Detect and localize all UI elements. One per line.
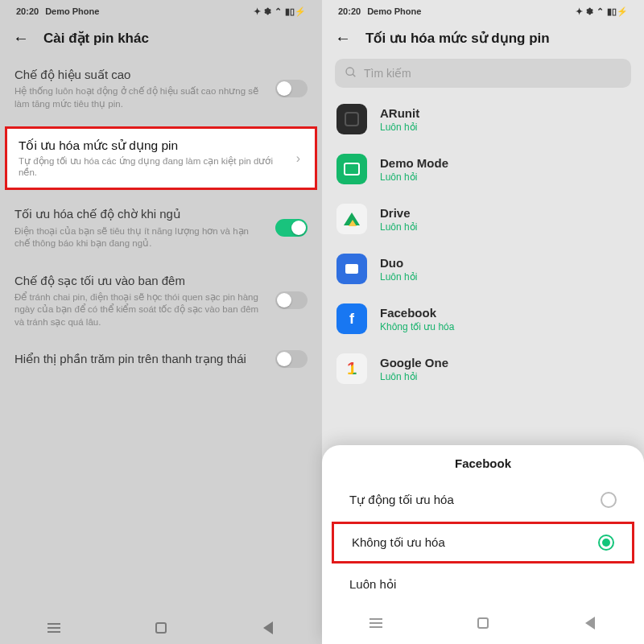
option-label: Không tối ưu hóa [352, 535, 445, 550]
option-auto-optimize[interactable]: Tự động tối ưu hóa [322, 480, 644, 520]
app-status: Luôn hỏi [380, 122, 419, 133]
svg-line-1 [353, 74, 355, 76]
back-icon[interactable]: ← [335, 29, 351, 47]
app-list: ARunit Luôn hỏi Demo Mode Luôn hỏi Drive… [322, 94, 644, 394]
search-icon [345, 66, 357, 81]
app-icon [336, 204, 367, 234]
svg-point-0 [346, 68, 353, 75]
screen-app-battery-usage: 20:20 Demo Phone ✦ ✽ ⌃ ▮▯⚡ ← Tối ưu hóa … [322, 0, 644, 644]
app-status: Luôn hỏi [380, 171, 448, 183]
app-icon [336, 104, 367, 134]
row-title: Tối ưu hóa mức sử dụng pin [19, 138, 303, 153]
page-title: Cài đặt pin khác [43, 30, 149, 47]
row-battery-percent[interactable]: Hiển thị phần trăm pin trên thanh trạng … [0, 340, 322, 378]
app-arunit[interactable]: ARunit Luôn hỏi [322, 94, 644, 144]
app-status: Luôn hỏi [380, 371, 448, 382]
page-header: ← Cài đặt pin khác [0, 23, 322, 56]
search-input[interactable]: Tìm kiếm [335, 59, 631, 88]
row-high-performance[interactable]: Chế độ hiệu suất cao Hệ thống luôn hoạt … [0, 56, 322, 122]
row-title: Hiển thị phần trăm pin trên thanh trạng … [14, 351, 308, 367]
toggle-battery-percent[interactable] [275, 350, 308, 368]
battery-icon: ▮▯⚡ [607, 6, 628, 17]
status-icons: ✦ ✽ ⌃ ▮▯⚡ [576, 6, 628, 17]
nav-home[interactable] [153, 620, 169, 636]
toggle-sleep-standby[interactable] [275, 219, 308, 237]
bottom-sheet: Facebook Tự động tối ưu hóa Không tối ưu… [322, 445, 644, 644]
option-label: Luôn hỏi [349, 577, 396, 592]
row-desc: Tự động tối ưu hóa các ứng dụng đang làm… [19, 155, 303, 178]
screen-battery-settings: 20:20 Demo Phone ✦ ✽ ⌃ ▮▯⚡ ← Cài đặt pin… [0, 0, 322, 644]
status-time: 20:20 [16, 6, 39, 16]
search-placeholder: Tìm kiếm [364, 67, 411, 80]
status-time: 20:20 [338, 6, 361, 16]
nav-back[interactable] [260, 620, 276, 636]
row-night-charging[interactable]: Chế độ sạc tối ưu vào ban đêm Để tránh c… [0, 262, 322, 341]
toggle-high-performance[interactable] [275, 80, 308, 97]
chevron-right-icon: › [296, 151, 300, 166]
nav-bar [0, 612, 322, 644]
option-label: Tự động tối ưu hóa [349, 493, 454, 507]
row-title: Tối ưu hóa chế độ chờ khi ngủ [14, 206, 308, 222]
status-bar: 20:20 Demo Phone ✦ ✽ ⌃ ▮▯⚡ [322, 0, 644, 23]
status-icons: ✦ ✽ ⌃ ▮▯⚡ [254, 6, 306, 17]
app-name: Demo Mode [380, 156, 448, 170]
app-name: Duo [380, 256, 417, 270]
nav-recents[interactable] [368, 615, 384, 631]
row-sleep-standby[interactable]: Tối ưu hóa chế độ chờ khi ngủ Điện thoại… [0, 195, 322, 261]
nav-recents[interactable] [46, 620, 62, 636]
app-facebook[interactable]: f Facebook Không tối ưu hóa [322, 294, 644, 344]
status-bar: 20:20 Demo Phone ✦ ✽ ⌃ ▮▯⚡ [0, 0, 322, 23]
battery-icon: ▮▯⚡ [285, 6, 306, 17]
status-device: Demo Phone [45, 6, 99, 16]
row-battery-optimization[interactable]: Tối ưu hóa mức sử dụng pin Tự động tối ư… [5, 126, 317, 190]
radio-icon [598, 535, 614, 551]
page-title: Tối ưu hóa mức sử dụng pin [365, 30, 550, 47]
nav-back[interactable] [582, 615, 598, 631]
dnd-icon: ✦ [254, 6, 261, 17]
row-desc: Hệ thống luôn hoạt động ở chế độ hiệu su… [14, 85, 308, 110]
nav-bar [322, 607, 644, 639]
row-title: Chế độ hiệu suất cao [14, 67, 308, 83]
app-name: Facebook [380, 306, 454, 320]
page-header: ← Tối ưu hóa mức sử dụng pin [322, 23, 644, 56]
app-status: Luôn hỏi [380, 221, 417, 233]
app-duo[interactable]: Duo Luôn hỏi [322, 244, 644, 294]
app-name: Google One [380, 356, 448, 369]
wifi-icon: ⌃ [597, 6, 604, 17]
option-dont-optimize[interactable]: Không tối ưu hóa [332, 522, 634, 564]
status-device: Demo Phone [367, 6, 421, 16]
option-always-ask[interactable]: Luôn hỏi [322, 565, 644, 604]
dnd-icon: ✦ [576, 6, 583, 17]
back-icon[interactable]: ← [13, 29, 29, 47]
app-icon: f [336, 303, 367, 334]
app-icon [336, 254, 367, 284]
radio-icon [601, 492, 617, 508]
app-icon [336, 154, 367, 184]
bluetooth-icon: ✽ [586, 6, 593, 17]
row-desc: Để tránh chai pin, điện thoại sẽ học thó… [14, 291, 308, 329]
app-demo-mode[interactable]: Demo Mode Luôn hỏi [322, 144, 644, 194]
app-name: ARunit [380, 106, 419, 120]
bluetooth-icon: ✽ [264, 6, 271, 17]
row-desc: Điện thoại của bạn sẽ tiêu thụ ít năng l… [14, 225, 308, 250]
app-drive[interactable]: Drive Luôn hỏi [322, 194, 644, 244]
app-icon: 1 [336, 353, 367, 384]
app-google-one[interactable]: 1 Google One Luôn hỏi [322, 344, 644, 394]
wifi-icon: ⌃ [275, 6, 282, 17]
app-status: Luôn hỏi [380, 271, 417, 283]
row-title: Chế độ sạc tối ưu vào ban đêm [14, 273, 308, 289]
nav-home[interactable] [475, 615, 491, 631]
app-status: Không tối ưu hóa [380, 321, 454, 332]
toggle-night-charging[interactable] [275, 291, 308, 309]
sheet-title: Facebook [322, 456, 644, 480]
app-name: Drive [380, 206, 417, 220]
